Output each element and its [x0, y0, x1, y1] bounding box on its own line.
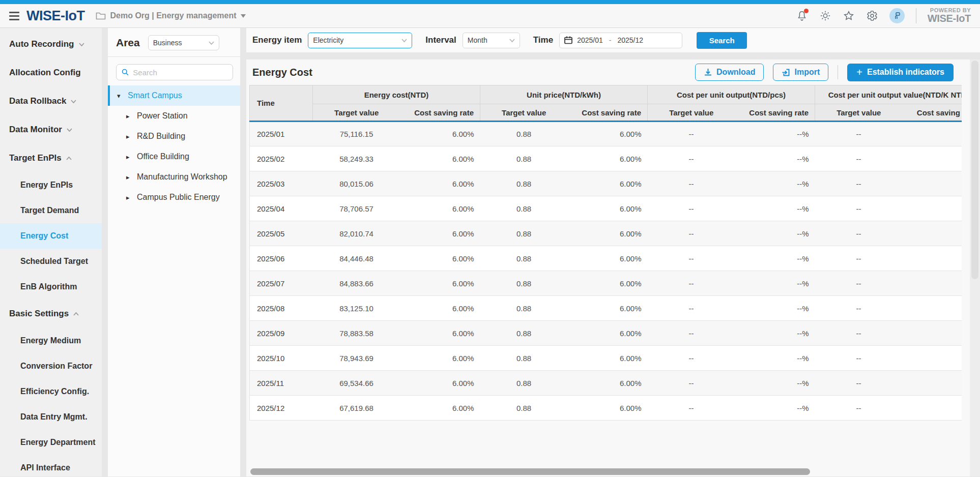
area-type-value: Business [153, 39, 182, 47]
interval-select[interactable]: Month [463, 33, 520, 48]
main-panel: Energy item Electricity Interval Month T… [246, 28, 980, 476]
brightness-icon[interactable] [819, 10, 831, 22]
cell-cost-saving-rate: 6.00% [400, 296, 480, 321]
cell-time: 2025/09 [250, 321, 313, 346]
cell-target-value: -- [648, 321, 735, 346]
interval-label: Interval [425, 35, 456, 45]
cell-cost-saving-rate: 6.00% [400, 171, 480, 196]
tree-node-r-d-building[interactable]: ▸R&D Building [108, 126, 240, 146]
cell-cost-saving-rate: --% [903, 246, 962, 271]
tree-caret-collapsed-icon[interactable]: ▸ [126, 173, 132, 181]
notification-badge [804, 9, 809, 13]
horizontal-scrollbar-thumb[interactable] [250, 468, 810, 475]
header-divider [916, 8, 916, 23]
table-row: 2025/0784,883.666.00%0.886.00%----%----% [250, 271, 962, 296]
sidebar-item-target-enpis[interactable]: Target EnPIs [0, 144, 102, 172]
cell-target-value: -- [815, 321, 903, 346]
search-icon [122, 68, 129, 76]
tree-node-smart-campus[interactable]: ▾Smart Campus [108, 85, 240, 106]
tree-node-manufacturing-workshop[interactable]: ▸Manufacturing Workshop [108, 167, 240, 187]
cell-time: 2025/03 [250, 171, 313, 196]
cell-target-value: -- [815, 246, 903, 271]
notification-bell-icon[interactable] [796, 10, 808, 22]
import-button[interactable]: Import [773, 64, 828, 81]
tree-caret-collapsed-icon[interactable]: ▸ [126, 153, 132, 161]
cell-target-value: 0.88 [480, 171, 568, 196]
tree-caret-collapsed-icon[interactable]: ▸ [126, 112, 132, 120]
time-range-separator: - [609, 36, 612, 44]
cell-cost-saving-rate: --% [735, 122, 815, 146]
cell-cost-saving-rate: 6.00% [568, 171, 648, 196]
tree-node-power-station[interactable]: ▸Power Station [108, 106, 240, 126]
sidebar-item-scheduled-target[interactable]: Scheduled Target [0, 249, 102, 274]
cell-target-value: 84,883.66 [313, 271, 400, 296]
sidebar-item-enb-algorithm[interactable]: EnB Algorithm [0, 274, 102, 300]
area-search-input[interactable] [133, 68, 227, 77]
area-type-select[interactable]: Business [148, 35, 219, 50]
tree-caret-expanded-icon[interactable]: ▾ [117, 92, 123, 100]
time-from-value: 2025/01 [577, 36, 603, 44]
table-row: 2025/0258,249.336.00%0.886.00%----%----% [250, 146, 962, 171]
table-row: 2025/0684,446.486.00%0.886.00%----%----% [250, 246, 962, 271]
sidebar-item-data-rollback[interactable]: Data Rollback [0, 87, 102, 115]
import-icon [782, 68, 790, 77]
establish-indicators-button[interactable]: + Establish indicators [847, 64, 954, 81]
sidebar-item-basic-settings[interactable]: Basic Settings [0, 300, 102, 328]
folder-icon [96, 11, 106, 20]
subcol-target-value: Target value [313, 104, 400, 122]
sidebar-item-target-demand[interactable]: Target Demand [0, 198, 102, 223]
cell-target-value: -- [648, 346, 735, 371]
chevron-down-icon [79, 43, 84, 46]
cell-target-value: -- [648, 146, 735, 171]
tree-node-office-building[interactable]: ▸Office Building [108, 146, 240, 167]
search-button[interactable]: Search [697, 32, 747, 49]
hamburger-menu-icon[interactable] [9, 12, 19, 20]
vertical-scrollbar-thumb[interactable] [971, 61, 978, 279]
cell-cost-saving-rate: 6.00% [568, 246, 648, 271]
sidebar-item-allocation-config[interactable]: Allocation Config [0, 58, 102, 87]
user-avatar[interactable] [889, 8, 905, 23]
sidebar-item-data-entry-mgmt[interactable]: Data Entry Mgmt. [0, 404, 102, 430]
sidebar-item-energy-cost[interactable]: Energy Cost [0, 223, 102, 249]
settings-gear-icon[interactable] [866, 10, 878, 22]
cell-cost-saving-rate: --% [735, 196, 815, 221]
favorites-star-icon[interactable] [843, 10, 855, 22]
subcol-cost-saving-rate: Cost saving rate [400, 104, 480, 122]
tree-node-campus-public-energy[interactable]: ▸Campus Public Energy [108, 187, 240, 207]
sidebar-item-label: Efficiency Config. [20, 387, 89, 396]
chevron-down-icon [67, 128, 72, 132]
cell-cost-saving-rate: --% [735, 346, 815, 371]
energy-item-select[interactable]: Electricity [308, 33, 412, 48]
table-row: 2025/1078,943.696.00%0.886.00%----%----% [250, 346, 962, 371]
sidebar-item-label: Basic Settings [9, 309, 69, 319]
cell-time: 2025/02 [250, 146, 313, 171]
cell-target-value: 75,116.15 [313, 122, 400, 146]
sidebar-item-efficiency-config[interactable]: Efficiency Config. [0, 379, 102, 404]
sidebar-item-label: Energy EnPIs [20, 181, 73, 190]
cell-cost-saving-rate: 6.00% [568, 271, 648, 296]
energy-cost-table: Time Energy cost(NTD) Unit price(NTD/kWh… [249, 85, 962, 421]
sidebar-item-energy-enpis[interactable]: Energy EnPIs [0, 172, 102, 198]
subcol-cost-saving-rate: Cost saving rate [903, 104, 962, 122]
cell-time: 2025/05 [250, 221, 313, 246]
sidebar-item-energy-department[interactable]: Energy Department [0, 430, 102, 455]
sidebar-item-data-monitor[interactable]: Data Monitor [0, 115, 102, 144]
cell-cost-saving-rate: 6.00% [400, 146, 480, 171]
sidebar-item-energy-medium[interactable]: Energy Medium [0, 328, 102, 353]
content-gutter [246, 52, 980, 59]
tree-caret-collapsed-icon[interactable]: ▸ [126, 194, 132, 201]
cell-time: 2025/06 [250, 246, 313, 271]
sidebar-item-api-interface[interactable]: API Interface [0, 455, 102, 476]
org-switcher[interactable]: Demo Org | Energy management [96, 11, 245, 20]
download-button[interactable]: Download [695, 64, 764, 81]
chevron-up-icon [66, 157, 72, 160]
sidebar-nav: Auto RecordingAllocation ConfigData Roll… [0, 28, 102, 476]
time-range-picker[interactable]: 2025/01 - 2025/12 [559, 33, 682, 48]
sidebar-item-conversion-factor[interactable]: Conversion Factor [0, 353, 102, 379]
tree-node-label: Campus Public Energy [137, 193, 220, 202]
sidebar-item-auto-recording[interactable]: Auto Recording [0, 30, 102, 58]
cell-target-value: 0.88 [480, 122, 568, 146]
cell-cost-saving-rate: --% [735, 221, 815, 246]
tree-caret-collapsed-icon[interactable]: ▸ [126, 133, 132, 140]
vertical-scrollbar-track[interactable] [970, 59, 980, 476]
